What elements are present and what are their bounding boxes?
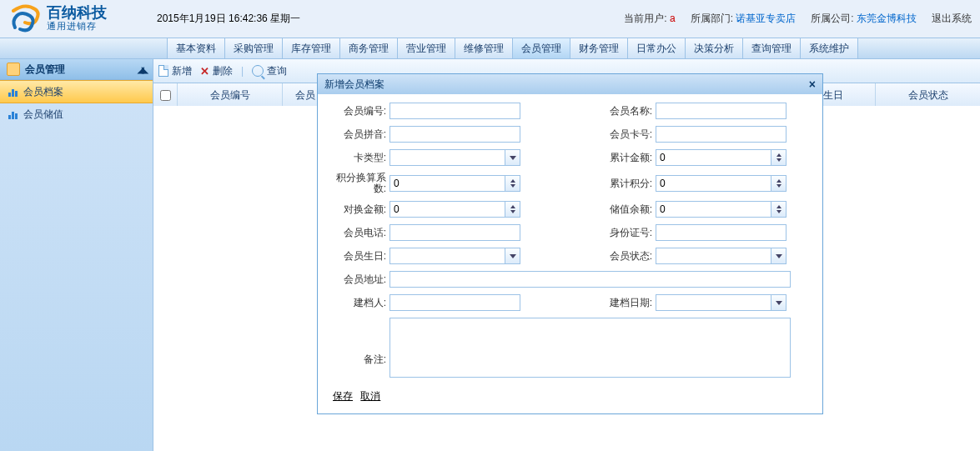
dialog-footer: 保存 取消 xyxy=(329,384,811,407)
logout-link[interactable]: 退出系统 xyxy=(932,12,972,26)
sidebar-item-label: 会员档案 xyxy=(23,85,63,99)
top-right-info: 当前用户: a 所属部门: 诺基亚专卖店 所属公司: 东莞金博科技 退出系统 xyxy=(624,12,972,26)
label-exchange-amount: 对换金额: xyxy=(329,203,389,215)
spinner-total-points[interactable] xyxy=(771,175,787,192)
input-member-card[interactable] xyxy=(656,126,787,143)
spinner-total-amount[interactable] xyxy=(771,149,787,166)
search-icon xyxy=(252,65,264,77)
company-label: 所属公司: xyxy=(811,13,853,24)
close-button[interactable]: × xyxy=(809,78,816,91)
sidebar-header[interactable]: 会员管理 ◢◣ xyxy=(0,59,153,80)
menu-system[interactable]: 系统维护 xyxy=(801,38,858,58)
input-exchange-amount[interactable] xyxy=(389,201,505,218)
input-total-amount[interactable] xyxy=(656,149,771,166)
label-creator: 建档人: xyxy=(329,297,389,308)
chevron-down-icon xyxy=(776,184,781,188)
dept-value: 诺基亚专卖店 xyxy=(736,13,796,24)
menu-sales[interactable]: 营业管理 xyxy=(398,38,455,58)
new-icon xyxy=(158,65,168,77)
spinner-point-ratio[interactable] xyxy=(505,175,520,192)
dropdown-create-date[interactable] xyxy=(771,294,787,311)
label-idcard: 身份证号: xyxy=(596,227,656,238)
menu-inventory[interactable]: 库存管理 xyxy=(283,38,340,58)
grid-select-all[interactable] xyxy=(153,83,178,107)
textarea-remark[interactable] xyxy=(389,318,791,378)
current-user-value: a xyxy=(670,13,676,24)
menu-finance[interactable]: 财务管理 xyxy=(570,38,628,58)
logo-mark-icon xyxy=(8,3,42,36)
chevron-down-icon xyxy=(776,301,782,305)
chevron-up-icon xyxy=(776,179,781,183)
cancel-button[interactable]: 取消 xyxy=(360,390,380,402)
delete-button[interactable]: ✕删除 xyxy=(200,64,233,78)
label-create-date: 建档日期: xyxy=(596,297,656,308)
input-status[interactable] xyxy=(656,248,771,264)
label-total-points: 累计积分: xyxy=(596,178,656,189)
label-member-no: 会员编号: xyxy=(329,105,389,117)
label-remark: 备注: xyxy=(329,330,389,365)
company-value: 东莞金博科技 xyxy=(857,13,917,24)
menu-daily[interactable]: 日常办公 xyxy=(628,38,686,58)
label-point-ratio: 积分换算系数: xyxy=(329,173,389,194)
grid-col-status[interactable]: 会员状态 xyxy=(876,83,980,107)
chevron-down-icon xyxy=(510,184,515,188)
current-user-label: 当前用户: xyxy=(624,13,666,24)
toolbar-separator: | xyxy=(241,65,244,77)
spinner-balance[interactable] xyxy=(771,201,787,218)
sidebar-item-member-file[interactable]: 会员档案 xyxy=(0,80,153,103)
menu-business[interactable]: 商务管理 xyxy=(340,38,398,58)
menu-member[interactable]: 会员管理 xyxy=(513,38,570,58)
chevron-up-icon xyxy=(776,153,781,157)
chevron-down-icon xyxy=(510,210,515,213)
label-member-card: 会员卡号: xyxy=(596,128,656,140)
input-phone[interactable] xyxy=(389,224,520,241)
main-menu-bar: 基本资料 采购管理 库存管理 商务管理 营业管理 维修管理 会员管理 财务管理 … xyxy=(0,38,980,59)
save-button[interactable]: 保存 xyxy=(333,390,353,402)
dropdown-card-type[interactable] xyxy=(505,149,520,166)
select-all-checkbox[interactable] xyxy=(160,90,171,101)
chevron-down-icon xyxy=(776,158,781,162)
input-member-pinyin[interactable] xyxy=(389,126,520,143)
label-status: 会员状态: xyxy=(596,250,656,262)
menu-repair[interactable]: 维修管理 xyxy=(455,38,513,58)
chevron-up-icon xyxy=(776,205,781,208)
chevron-up-icon xyxy=(510,179,515,183)
input-idcard[interactable] xyxy=(656,224,787,241)
label-total-amount: 累计金额: xyxy=(596,152,656,163)
new-button[interactable]: 新增 xyxy=(158,64,192,78)
datetime-label: 2015年1月19日 16:42:36 星期一 xyxy=(107,12,624,26)
sidebar-item-member-recharge[interactable]: 会员储值 xyxy=(0,103,153,125)
label-member-name: 会员名称: xyxy=(596,105,656,117)
chart-icon xyxy=(8,109,18,119)
search-button[interactable]: 查询 xyxy=(252,64,287,78)
chevron-up-icon xyxy=(510,205,515,208)
menu-purchase[interactable]: 采购管理 xyxy=(225,38,283,58)
menu-decision[interactable]: 决策分析 xyxy=(686,38,743,58)
label-address: 会员地址: xyxy=(329,273,389,285)
label-phone: 会员电话: xyxy=(329,227,389,238)
input-total-points[interactable] xyxy=(656,175,771,192)
grid-col-member-no[interactable]: 会员编号 xyxy=(178,83,283,107)
spinner-exchange-amount[interactable] xyxy=(505,201,520,218)
dropdown-status[interactable] xyxy=(771,248,787,264)
brand-title: 百纳科技 xyxy=(47,5,107,20)
input-member-no[interactable] xyxy=(389,103,520,119)
input-card-type[interactable] xyxy=(389,149,505,166)
dialog-header[interactable]: 新增会员档案 × xyxy=(318,74,822,94)
label-balance: 储值余额: xyxy=(596,203,656,215)
delete-icon: ✕ xyxy=(200,65,209,78)
dialog-title: 新增会员档案 xyxy=(324,78,384,92)
label-member-pinyin: 会员拼音: xyxy=(329,128,389,140)
input-address[interactable] xyxy=(389,271,791,288)
menu-query[interactable]: 查询管理 xyxy=(743,38,801,58)
input-balance[interactable] xyxy=(656,201,771,218)
input-point-ratio[interactable] xyxy=(389,175,505,192)
input-birthday[interactable] xyxy=(389,248,505,264)
input-creator[interactable] xyxy=(389,294,520,311)
input-member-name[interactable] xyxy=(656,103,787,119)
input-create-date[interactable] xyxy=(656,294,771,311)
dropdown-birthday[interactable] xyxy=(505,248,520,264)
menu-basic-info[interactable]: 基本资料 xyxy=(167,38,225,58)
add-member-dialog: 新增会员档案 × 会员编号: 会员名称: 会员拼音: 会员卡号: 卡类型: 累计… xyxy=(317,73,823,414)
label-card-type: 卡类型: xyxy=(329,152,389,163)
